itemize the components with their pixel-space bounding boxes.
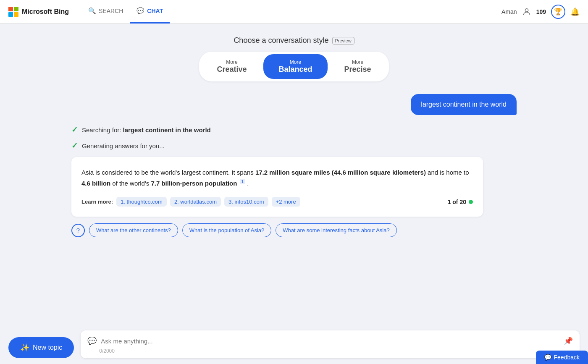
main-content: Choose a conversation style Preview More… bbox=[0, 24, 588, 364]
suggest-btn-2[interactable]: What is the population of Asia? bbox=[182, 223, 272, 237]
learn-more-row: Learn more: 1. thoughtco.com 2. worldatl… bbox=[81, 197, 473, 207]
nav-chat-label: CHAT bbox=[147, 8, 163, 14]
check-icon-2: ✓ bbox=[71, 141, 78, 150]
question-icon: ? bbox=[71, 224, 85, 237]
ask-input[interactable] bbox=[101, 338, 559, 345]
style-buttons-group: More Creative More Balanced More Precise bbox=[199, 52, 388, 81]
wand-icon: ✨ bbox=[20, 343, 29, 352]
notification-bell-icon[interactable]: 🔔 bbox=[570, 7, 580, 16]
preview-badge: Preview bbox=[332, 37, 354, 45]
points-count: 109 bbox=[536, 8, 546, 15]
svg-point-0 bbox=[525, 8, 528, 11]
conv-style-text: Choose a conversation style bbox=[234, 36, 328, 45]
feedback-icon: 💬 bbox=[544, 354, 551, 361]
creative-more-label: More bbox=[226, 59, 237, 65]
pin-icon[interactable]: 📌 bbox=[564, 336, 573, 346]
answer-count-badge: 1 of 20 bbox=[448, 199, 473, 205]
user-name: Aman bbox=[501, 8, 517, 15]
nav-search-label: SEARCH bbox=[99, 8, 123, 14]
suggestions-row: ? What are the other continents? What is… bbox=[71, 223, 483, 237]
input-box: 💬 📌 0/2000 bbox=[81, 330, 580, 358]
feedback-button[interactable]: 💬 Feedback bbox=[536, 351, 588, 364]
chat-icon: 💬 bbox=[136, 7, 144, 15]
status-line-2: ✓ Generating answers for you... bbox=[71, 141, 517, 150]
green-dot-icon bbox=[469, 200, 473, 204]
conv-style-label: Choose a conversation style Preview bbox=[234, 36, 354, 45]
learn-more-label: Learn more: bbox=[81, 199, 113, 205]
main-nav: 🔍 SEARCH 💬 CHAT bbox=[81, 0, 170, 24]
header: Microsoft Bing 🔍 SEARCH 💬 CHAT Aman 109 … bbox=[0, 0, 588, 24]
microsoft-logo bbox=[8, 7, 18, 17]
trophy-button[interactable]: 🏆 bbox=[551, 5, 565, 19]
learn-link-2[interactable]: 2. worldatlas.com bbox=[170, 197, 221, 207]
answer-text: Asia is considered to be the world's lar… bbox=[81, 167, 473, 189]
suggest-btn-1[interactable]: What are the other continents? bbox=[89, 223, 178, 237]
input-row: 💬 📌 bbox=[87, 336, 573, 346]
new-topic-button[interactable]: ✨ New topic bbox=[8, 337, 74, 358]
status-text-2: Generating answers for you... bbox=[82, 142, 165, 149]
answer-card: Asia is considered to be the world's lar… bbox=[71, 157, 483, 217]
search-icon: 🔍 bbox=[88, 7, 96, 15]
status-line-1: ✓ Searching for: largest continent in th… bbox=[71, 125, 517, 134]
input-chat-icon: 💬 bbox=[87, 336, 97, 346]
citation-1: 1 bbox=[240, 179, 246, 184]
nav-chat[interactable]: 💬 CHAT bbox=[130, 0, 170, 24]
precise-name-label: Precise bbox=[344, 65, 371, 74]
suggest-btn-3[interactable]: What are some interesting facts about As… bbox=[276, 223, 396, 237]
learn-link-1[interactable]: 1. thoughtco.com bbox=[116, 197, 167, 207]
conversation-style-section: Choose a conversation style Preview More… bbox=[199, 36, 388, 81]
count-text: 1 of 20 bbox=[448, 199, 466, 205]
status-text-1: Searching for: largest continent in the … bbox=[82, 126, 211, 134]
check-icon-1: ✓ bbox=[71, 125, 78, 134]
user-bubble: largest continent in the world bbox=[411, 94, 517, 115]
brand-name: Microsoft Bing bbox=[22, 8, 69, 16]
char-count: 0/2000 bbox=[87, 348, 573, 354]
nav-search[interactable]: 🔍 SEARCH bbox=[81, 0, 130, 24]
chat-area: largest continent in the world ✓ Searchi… bbox=[63, 94, 525, 237]
user-avatar-icon bbox=[522, 7, 531, 16]
style-precise-button[interactable]: More Precise bbox=[329, 54, 386, 79]
user-message-row: largest continent in the world bbox=[71, 94, 517, 115]
header-right: Aman 109 🏆 🔔 bbox=[501, 5, 580, 19]
learn-link-more[interactable]: +2 more bbox=[272, 197, 300, 207]
balanced-name-label: Balanced bbox=[278, 65, 312, 74]
style-creative-button[interactable]: More Creative bbox=[202, 54, 262, 79]
creative-name-label: Creative bbox=[217, 65, 247, 74]
logo[interactable]: Microsoft Bing bbox=[8, 7, 69, 17]
precise-more-label: More bbox=[352, 59, 363, 65]
learn-link-3[interactable]: 3. infos10.com bbox=[224, 197, 268, 207]
balanced-more-label: More bbox=[290, 59, 301, 65]
new-topic-label: New topic bbox=[33, 344, 62, 351]
feedback-label: Feedback bbox=[554, 354, 580, 361]
bottom-bar: ✨ New topic 💬 📌 0/2000 bbox=[0, 325, 588, 364]
style-balanced-button[interactable]: More Balanced bbox=[263, 54, 327, 79]
